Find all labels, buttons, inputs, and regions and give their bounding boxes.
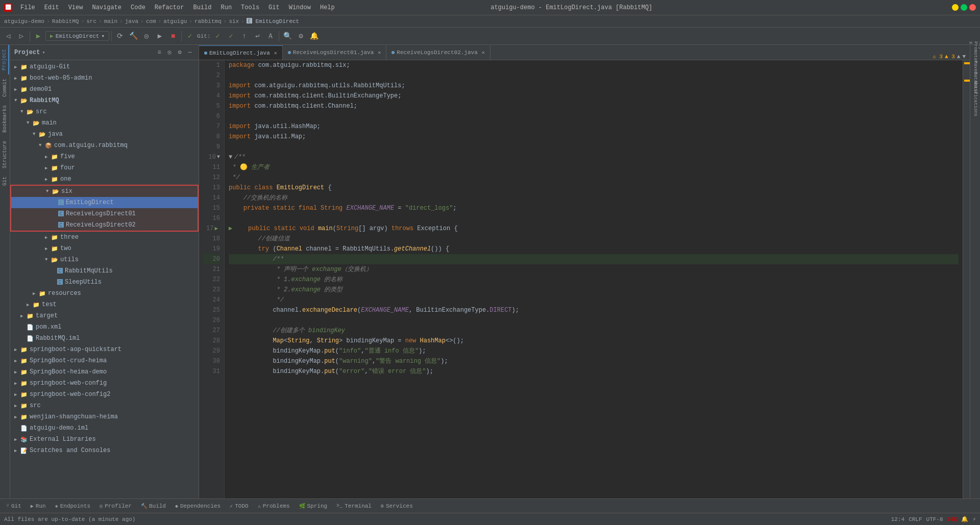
tab-emitlogdirect[interactable]: EmitLogDirect.java ✕: [199, 45, 283, 60]
bottom-tab-profiler[interactable]: ◎ Profiler: [95, 502, 136, 510]
tab-receivelogsdirect01[interactable]: ReceiveLogsDirect01.java ✕: [283, 45, 386, 60]
git-check[interactable]: ✓: [184, 30, 196, 42]
project-panel-dropdown[interactable]: ▾: [42, 49, 45, 56]
breadcrumb-item[interactable]: main: [104, 18, 117, 24]
panel-tab-git[interactable]: Git: [1, 172, 9, 190]
line-ending[interactable]: CRLF: [909, 516, 922, 522]
git-commit[interactable]: ✓: [211, 30, 224, 42]
tree-item-pom[interactable]: ▶ 📄 pom.xml: [10, 321, 199, 333]
tree-item-springboot-aop[interactable]: ▶ 📁 springboot-aop-quickstart: [10, 344, 199, 355]
breadcrumb-item[interactable]: src: [86, 18, 96, 24]
panel-tab-project[interactable]: Project: [1, 45, 9, 74]
tree-item-springboot-heima[interactable]: ▶ 📁 SpringBoot-heima-demo: [10, 366, 199, 378]
menu-edit[interactable]: Edit: [40, 3, 63, 12]
tree-item-utils[interactable]: ▼ 📂 utils: [10, 254, 199, 265]
tree-item-test[interactable]: ▶ 📁 test: [10, 299, 199, 310]
tree-item-wenjian[interactable]: ▶ 📁 wenjian-shangchuan-heima: [10, 411, 199, 422]
breadcrumb-item[interactable]: rabbitmq: [194, 18, 222, 24]
back-button[interactable]: ◁: [2, 30, 14, 42]
code-editor[interactable]: 1 2 3 4 5 6 7 8 9 10 ▼ 11 12 13 14 15 16…: [199, 60, 970, 498]
tree-item-scratches[interactable]: ▶ 📝 Scratches and Consoles: [10, 445, 199, 456]
forward-button[interactable]: ▷: [15, 30, 28, 42]
settings-button[interactable]: ⚙: [295, 30, 307, 42]
encoding[interactable]: UTF-8: [926, 516, 943, 522]
tree-item-four[interactable]: ▶ 📁 four: [10, 162, 199, 173]
tree-item-src[interactable]: ▼ 📂 src: [10, 106, 199, 117]
tree-item-resources[interactable]: ▶ 📁 resources: [10, 288, 199, 299]
bottom-tab-spring[interactable]: 🌿 Spring: [295, 502, 332, 510]
menu-tools[interactable]: Tools: [237, 3, 263, 12]
bottom-tab-dependencies[interactable]: ◆ Dependencies: [171, 502, 225, 510]
tab-close-button[interactable]: ✕: [378, 49, 381, 56]
menu-navigate[interactable]: Navigate: [88, 3, 126, 12]
menu-help[interactable]: Help: [316, 3, 339, 12]
breadcrumb-item[interactable]: atguigu: [163, 18, 187, 24]
locate-button[interactable]: ◎: [165, 48, 174, 57]
tree-item-target[interactable]: ▶ 📁 target: [10, 310, 199, 321]
git-push[interactable]: ✓: [225, 30, 237, 42]
bottom-tab-build[interactable]: 🔨 Build: [137, 502, 170, 510]
collapse-all-button[interactable]: ≡: [155, 48, 164, 57]
tree-item-two[interactable]: ▶ 📁 two: [10, 243, 199, 254]
close-button[interactable]: ✕: [969, 4, 976, 11]
tree-item-main[interactable]: ▼ 📂 main: [10, 117, 199, 129]
cursor-position[interactable]: 12:4: [891, 516, 904, 522]
breadcrumb-item[interactable]: RabbitMQ: [52, 18, 79, 24]
tree-item-receivelogsdirect01[interactable]: ▶ 🅲 ReceiveLogsDirect01: [11, 208, 198, 219]
bottom-tab-services[interactable]: ⚙ Services: [377, 502, 417, 510]
git-update[interactable]: ↑: [238, 30, 250, 42]
menu-refactor[interactable]: Refactor: [151, 3, 188, 12]
translate-button[interactable]: Ａ: [264, 30, 277, 42]
menu-git[interactable]: Git: [264, 3, 284, 12]
menu-build[interactable]: Build: [189, 3, 215, 12]
tree-item-atguigu-iml[interactable]: ▶ 📄 atguigu-demo.iml: [10, 422, 199, 434]
tab-close-button[interactable]: ✕: [482, 49, 485, 56]
bottom-tab-run[interactable]: ▶ Run: [27, 502, 50, 510]
code-content[interactable]: package com.atguigu.rabbitmq.six; import…: [225, 60, 963, 498]
menu-run[interactable]: Run: [216, 3, 236, 12]
coverage-button[interactable]: ▶: [154, 30, 166, 42]
minimize-button[interactable]: —: [952, 4, 959, 11]
breadcrumb-item[interactable]: atguigu-demo: [4, 18, 44, 24]
right-tab-notifications[interactable]: Notifications: [970, 91, 980, 106]
tree-item-six[interactable]: ▼ 📂 six: [11, 186, 198, 197]
scroll-up[interactable]: ▲: [957, 54, 961, 60]
stop-button[interactable]: ■: [167, 30, 179, 42]
bottom-tab-terminal[interactable]: >_ Terminal: [332, 502, 376, 510]
bottom-tab-endpoints[interactable]: ◈ Endpoints: [51, 502, 94, 510]
run-button[interactable]: ▶: [32, 30, 44, 42]
notifications-button[interactable]: 🔔: [308, 30, 320, 42]
panel-tab-commit[interactable]: Commit: [1, 74, 9, 101]
menu-view[interactable]: View: [64, 3, 87, 12]
git-revert[interactable]: ↩: [251, 30, 263, 42]
tree-item-com-pkg[interactable]: ▼ 📦 com.atguigu.rabbitmq: [10, 140, 199, 151]
right-tab-key-promoter[interactable]: Key Promoter X: [970, 45, 980, 60]
panel-tab-structure[interactable]: Structure: [1, 137, 9, 172]
tree-item-springboot-crud[interactable]: ▶ 📁 SpringBoot-crud-heima: [10, 355, 199, 366]
tree-item-java[interactable]: ▼ 📂 java: [10, 129, 199, 140]
tree-item-atguigu-git[interactable]: ▶ 📁 atguigu-Git: [10, 61, 199, 72]
tree-item-src2[interactable]: ▶ 📁 src: [10, 400, 199, 411]
profile-button[interactable]: ◎: [140, 30, 153, 42]
sync-button[interactable]: ⟳: [114, 30, 126, 42]
tab-receivelogsdirect02[interactable]: ReceiveLogsDirect02.java ✕: [386, 45, 490, 60]
menu-code[interactable]: Code: [127, 3, 150, 12]
menu-file[interactable]: File: [16, 3, 39, 12]
scroll-down[interactable]: ▼: [962, 54, 966, 60]
tree-item-five[interactable]: ▶ 📁 five: [10, 151, 199, 162]
breadcrumb-item[interactable]: six: [229, 18, 239, 24]
tab-close-button[interactable]: ✕: [274, 50, 277, 56]
tree-item-external-libs[interactable]: ▶ 📚 External Libraries: [10, 434, 199, 445]
panel-tab-bookmarks[interactable]: Bookmarks: [1, 101, 9, 137]
bottom-tab-git[interactable]: ⑂ Git: [2, 502, 26, 510]
tree-item-springboot-web[interactable]: ▶ 📁 springboot-web-config: [10, 378, 199, 389]
tree-item-springboot-web2[interactable]: ▶ 📁 springboot-web-config2: [10, 389, 199, 400]
bottom-tab-problems[interactable]: ⚠ Problems: [254, 502, 294, 510]
build-button[interactable]: 🔨: [127, 30, 139, 42]
menu-window[interactable]: Window: [285, 3, 315, 12]
tree-item-rabbitmq-iml[interactable]: ▶ 📄 RabbitMQ.iml: [10, 333, 199, 344]
panel-more-button[interactable]: —: [185, 48, 194, 57]
maximize-button[interactable]: □: [961, 4, 967, 11]
panel-settings-button[interactable]: ⚙: [175, 48, 184, 57]
tree-item-emitlogdirect[interactable]: ▶ 🅲 EmitLogDirect: [11, 197, 198, 208]
